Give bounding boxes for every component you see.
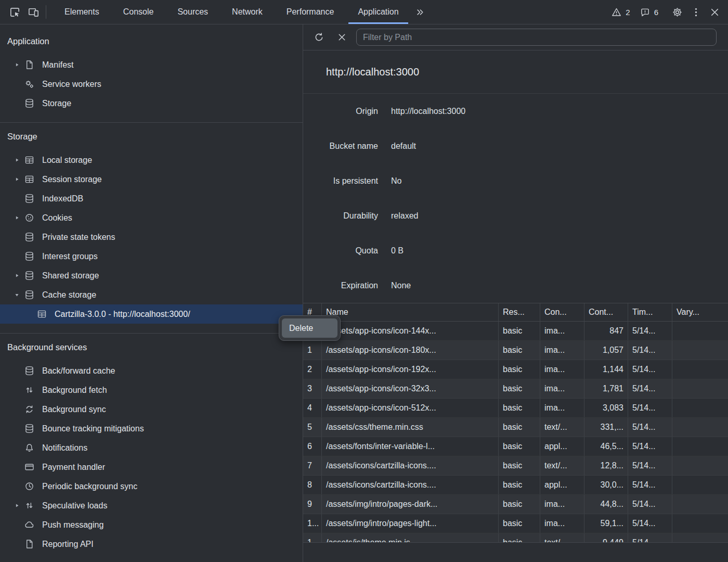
refresh-button[interactable]: [310, 29, 327, 46]
cell-response-type: basic: [499, 476, 540, 494]
sidebar-item-speculative-loads[interactable]: Speculative loads: [0, 496, 303, 515]
column-header-vary[interactable]: Vary...: [672, 303, 728, 321]
sidebar-item-periodic-background-sync[interactable]: Periodic background sync: [0, 477, 303, 496]
database-icon: [23, 250, 35, 263]
cell-time-cached: 5/14...: [628, 399, 672, 417]
cell-content-length: 9,449: [584, 533, 628, 542]
table-row[interactable]: 9 /assets/img/intro/pages-dark... basic …: [303, 495, 728, 514]
sidebar-item-bounce-tracking-mitigations[interactable]: Bounce tracking mitigations: [0, 419, 303, 438]
sidebar-item-cache-cartzilla[interactable]: Cartzilla-3.0.0 - http://localhost:3000/: [0, 304, 303, 324]
cell-content-type: text/...: [540, 533, 584, 542]
settings-button[interactable]: [668, 3, 686, 21]
clock-icon: [23, 480, 35, 493]
expand-arrow-icon[interactable]: [10, 154, 23, 167]
origin-title: http://localhost:3000: [303, 50, 728, 94]
refresh-icon: [314, 32, 324, 43]
issues-indicator[interactable]: 6: [640, 7, 658, 18]
cell-content-type: ima...: [540, 399, 584, 417]
sidebar-item-notifications[interactable]: Notifications: [0, 438, 303, 457]
sidebar-item-local-storage[interactable]: Local storage: [0, 150, 303, 170]
tab-performance[interactable]: Performance: [275, 0, 346, 24]
devtools-topbar: Elements Console Sources Network Perform…: [0, 0, 728, 24]
sidebar-item-storage[interactable]: Storage: [0, 94, 303, 113]
sidebar-item-cookies[interactable]: Cookies: [0, 208, 303, 227]
sidebar-item-reporting-api[interactable]: Reporting API: [0, 534, 303, 554]
device-toolbar-icon: [28, 6, 40, 18]
sidebar-item-indexeddb[interactable]: IndexedDB: [0, 189, 303, 208]
cell-content-length: 46,5...: [584, 437, 628, 456]
column-header-content-length[interactable]: Cont...: [584, 303, 628, 321]
tab-sources[interactable]: Sources: [165, 0, 220, 24]
column-header-response-type[interactable]: Res...: [499, 303, 540, 321]
cell-content-type: text/...: [540, 456, 584, 475]
document-icon: [23, 59, 35, 71]
context-menu-delete[interactable]: Delete: [282, 318, 337, 338]
column-header-content-type[interactable]: Con...: [540, 303, 584, 321]
sidebar-item-push-messaging[interactable]: Push messaging: [0, 515, 303, 534]
tab-network[interactable]: Network: [220, 0, 275, 24]
cell-name: /assets/app-icons/icon-180x...: [322, 341, 499, 360]
expand-arrow-icon[interactable]: [10, 212, 23, 224]
sidebar-item-service-workers[interactable]: Service workers: [0, 74, 303, 94]
section-background-services: Background services Back/forward cache B…: [0, 333, 303, 562]
table-row[interactable]: 4 /assets/app-icons/icon-512x... basic i…: [303, 399, 728, 418]
expand-arrow-icon[interactable]: [10, 173, 23, 186]
cell-time-cached: 5/14...: [628, 514, 672, 533]
expand-arrow-icon[interactable]: [10, 500, 23, 512]
cell-name: /assets/icons/cartzilla-icons....: [322, 476, 499, 494]
table-row[interactable]: 3 /assets/app-icons/icon-32x3... basic i…: [303, 379, 728, 399]
table-row[interactable]: 1... /assets/js/theme.min.js basic text/…: [303, 533, 728, 542]
sidebar-item-cache-storage[interactable]: Cache storage: [0, 285, 303, 304]
cell-content-length: 847: [584, 322, 628, 340]
tab-console[interactable]: Console: [111, 0, 166, 24]
sidebar-item-private-state-tokens[interactable]: Private state tokens: [0, 227, 303, 247]
sidebar-item-session-storage[interactable]: Session storage: [0, 170, 303, 189]
tab-application[interactable]: Application: [346, 0, 410, 24]
menu-button[interactable]: [686, 3, 705, 21]
table-row[interactable]: 7 /assets/icons/cartzilla-icons.... basi…: [303, 456, 728, 476]
collapse-arrow-icon[interactable]: [10, 289, 23, 301]
table-row[interactable]: 1 /assets/app-icons/icon-180x... basic i…: [303, 341, 728, 360]
column-header-name[interactable]: Name: [322, 303, 499, 321]
device-toolbar-button[interactable]: [24, 3, 43, 21]
section-title-background-services: Background services: [0, 334, 303, 361]
cell-response-type: basic: [499, 322, 540, 340]
sidebar-item-background-sync[interactable]: Background sync: [0, 400, 303, 419]
more-tabs-button[interactable]: [411, 3, 430, 21]
sidebar-item-shared-storage[interactable]: Shared storage: [0, 266, 303, 285]
sidebar-item-interest-groups[interactable]: Interest groups: [0, 247, 303, 266]
meta-row-bucket-name: Bucket name default: [303, 129, 728, 163]
cell-content-length: 1,057: [584, 341, 628, 360]
sidebar-item-background-fetch[interactable]: Background fetch: [0, 380, 303, 400]
delete-selected-button[interactable]: [333, 29, 350, 46]
issues-count: 6: [654, 8, 658, 17]
table-row[interactable]: 5 /assets/css/theme.min.css basic text/.…: [303, 418, 728, 437]
table-row[interactable]: 2 /assets/app-icons/icon-192x... basic i…: [303, 360, 728, 379]
close-icon: [709, 6, 721, 18]
cell-response-type: basic: [499, 379, 540, 398]
table-row[interactable]: 1... /assets/img/intro/pages-light... ba…: [303, 514, 728, 533]
table-row[interactable]: 0 /assets/app-icons/icon-144x... basic i…: [303, 322, 728, 341]
expand-arrow-icon[interactable]: [10, 59, 23, 71]
inspect-element-button[interactable]: [5, 3, 24, 21]
sidebar-item-manifest[interactable]: Manifest: [0, 55, 303, 74]
filter-input[interactable]: [356, 29, 717, 46]
cell-vary: [672, 379, 728, 398]
panel-tabs: Elements Console Sources Network Perform…: [53, 0, 411, 24]
section-storage: Storage Local storage Session storage In…: [0, 122, 303, 333]
warnings-indicator[interactable]: 2: [611, 7, 630, 18]
close-devtools-button[interactable]: [705, 3, 724, 21]
warning-count: 2: [626, 8, 630, 17]
cell-time-cached: 5/14...: [628, 322, 672, 340]
cache-table-header: # Name Res... Con... Cont... Tim... Vary…: [303, 303, 728, 322]
tab-elements[interactable]: Elements: [53, 0, 111, 24]
sidebar-item-payment-handler[interactable]: Payment handler: [0, 457, 303, 477]
expand-arrow-icon[interactable]: [10, 270, 23, 282]
table-row[interactable]: 6 /assets/fonts/inter-variable-l... basi…: [303, 437, 728, 456]
cell-index: 6: [303, 437, 322, 456]
table-row[interactable]: 8 /assets/icons/cartzilla-icons.... basi…: [303, 476, 728, 495]
database-icon: [23, 365, 35, 377]
sidebar-item-back-forward-cache[interactable]: Back/forward cache: [0, 361, 303, 380]
cell-time-cached: 5/14...: [628, 418, 672, 437]
column-header-time-cached[interactable]: Tim...: [628, 303, 672, 321]
